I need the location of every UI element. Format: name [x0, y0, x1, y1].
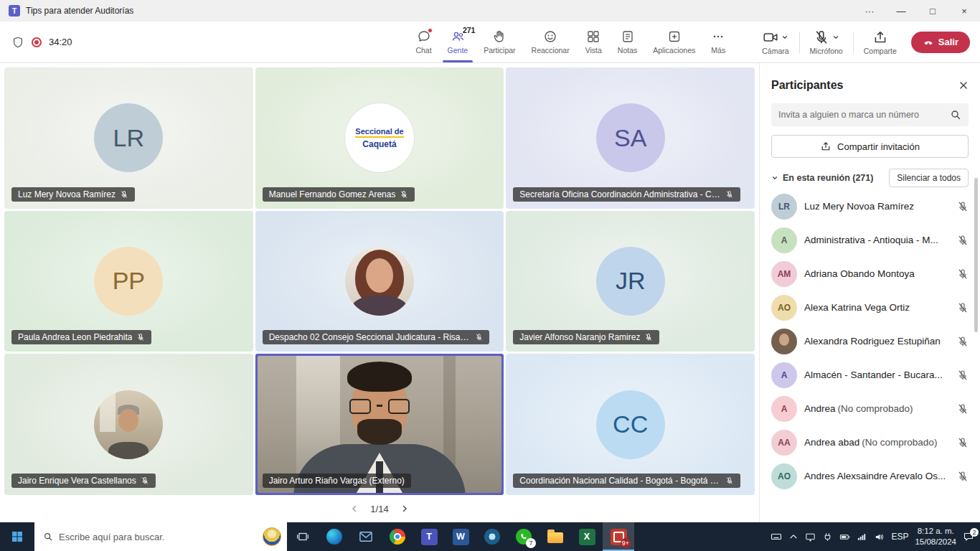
close-icon[interactable]: × — [948, 0, 980, 22]
taskbar-app-chrome[interactable] — [382, 522, 413, 551]
participant-row[interactable]: A Andrea(No comprobado) — [771, 392, 969, 425]
chevron-down-icon[interactable] — [781, 34, 788, 41]
avatar: A — [771, 396, 797, 422]
leave-button[interactable]: Salir — [911, 32, 970, 53]
more-dots-icon — [711, 29, 725, 44]
taskbar-app-active[interactable]: 9+ — [603, 522, 634, 551]
taskbar-app-excel[interactable]: X — [571, 522, 603, 551]
chevron-down-icon[interactable] — [832, 34, 839, 41]
participant-name-label: Jairo Enrique Vera Castellanos — [11, 474, 156, 488]
video-stage: LR Luz Mery Novoa Ramírez Seccional de C… — [0, 63, 759, 522]
taskbar-app-word[interactable]: W — [445, 522, 476, 551]
tab-gente[interactable]: 271 Gente — [440, 22, 476, 62]
share-screen-control[interactable]: Comparte — [861, 29, 900, 55]
window-more-icon[interactable]: ··· — [854, 0, 885, 22]
volume-icon[interactable] — [874, 532, 885, 542]
camera-icon — [763, 29, 778, 45]
divider — [853, 32, 854, 53]
participant-name-label: Luz Mery Novoa Ramírez — [11, 187, 135, 202]
mic-muted-icon — [475, 333, 483, 342]
participant-name-label: Despacho 02 Consejo Seccional Judicatura… — [263, 330, 490, 344]
mic-muted-icon — [957, 235, 969, 246]
view-grid-icon — [586, 29, 600, 44]
coat-of-arms-icon[interactable] — [263, 527, 281, 546]
grid-pagination: 1/14 — [4, 495, 755, 522]
microphone-control[interactable]: Micrófono — [807, 29, 846, 55]
video-tile[interactable]: Jairo Enrique Vera Castellanos — [4, 354, 253, 495]
excel-icon: X — [579, 529, 595, 545]
tab-notas[interactable]: Notas — [610, 22, 645, 62]
participant-avatar: LR — [94, 103, 163, 172]
camera-control[interactable]: Cámara — [759, 29, 791, 55]
battery-icon[interactable] — [839, 532, 850, 542]
display-tray-icon[interactable] — [805, 532, 816, 542]
taskbar-app-edge[interactable] — [319, 522, 350, 551]
tab-reaccionar[interactable]: Reaccionar — [524, 22, 578, 62]
participant-row[interactable]: Alexandra Rodriguez Estupiñan — [771, 324, 969, 358]
clock[interactable]: 8:12 a. m. 15/08/2024 — [915, 526, 956, 547]
maximize-icon[interactable]: □ — [917, 0, 948, 22]
participant-row[interactable]: AO Alexa Katrina Vega Ortiz — [771, 291, 969, 324]
video-tile[interactable]: SA Secretaría Oficina Coordinación Admin… — [506, 67, 755, 209]
shield-icon — [11, 36, 24, 49]
video-tile[interactable]: Despacho 02 Consejo Seccional Judicatura… — [255, 211, 504, 352]
tab-chat[interactable]: Chat — [407, 22, 439, 62]
tab-participar[interactable]: Participar — [476, 22, 523, 62]
taskbar-search-input[interactable] — [59, 532, 257, 542]
scrollbar[interactable] — [974, 178, 978, 332]
participant-row[interactable]: A Administrativa - Antioquia - M... — [771, 223, 969, 257]
taskbar-app-file-explorer[interactable] — [540, 522, 571, 551]
invite-search-input[interactable] — [778, 110, 944, 120]
participant-row[interactable]: A Almacén - Santander - Bucara... — [771, 358, 969, 392]
share-invitation-button[interactable]: Compartir invitación — [771, 135, 969, 158]
video-tile-active-speaker[interactable]: Jairo Arturo Riaño Vargas (Externo) — [255, 354, 504, 495]
taskbar-search[interactable] — [34, 522, 287, 551]
close-panel-icon[interactable] — [958, 80, 969, 90]
edge-icon — [326, 529, 342, 545]
mic-muted-icon — [957, 403, 969, 415]
network-icon[interactable] — [857, 532, 867, 542]
tab-aplicaciones[interactable]: Aplicaciones — [645, 22, 703, 62]
usb-tray-icon[interactable] — [822, 532, 833, 542]
reaction-smile-icon — [543, 29, 557, 44]
start-button[interactable] — [0, 522, 34, 551]
touch-keyboard-icon[interactable] — [771, 531, 782, 542]
video-tile[interactable]: Seccional de Caquetá Manuel Fernando Gom… — [255, 67, 504, 209]
video-tile[interactable]: LR Luz Mery Novoa Ramírez — [4, 67, 253, 209]
task-view-icon — [296, 530, 309, 543]
mic-muted-icon — [957, 471, 969, 482]
task-view-button[interactable] — [287, 522, 319, 551]
page-next-icon[interactable] — [400, 504, 409, 513]
taskbar-app-compass[interactable] — [476, 522, 508, 551]
tab-vista[interactable]: Vista — [578, 22, 610, 62]
taskbar-app-teams[interactable]: T — [413, 522, 445, 551]
participant-row[interactable]: AA Andrea abad(No comprobado) — [771, 425, 969, 459]
participant-row[interactable]: LR Luz Mery Novoa Ramírez — [771, 189, 969, 223]
taskbar-app-mail[interactable] — [350, 522, 382, 551]
participant-photo — [345, 247, 414, 316]
mute-all-button[interactable]: Silenciar a todos — [889, 169, 969, 187]
in-meeting-section[interactable]: En esta reunión (271) Silenciar a todos — [771, 168, 969, 188]
participant-name-label: Secretaría Oficina Coordinación Administ… — [513, 187, 740, 202]
mic-muted-icon — [957, 268, 969, 280]
video-tile[interactable]: JR Javier Alfonso Naranjo Ramirez — [506, 211, 755, 352]
tray-expand-icon[interactable] — [788, 532, 798, 542]
participant-row[interactable]: AM Adriana Obando Montoya — [771, 257, 969, 291]
invite-search[interactable] — [771, 103, 969, 126]
avatar: AO — [771, 295, 797, 321]
video-tile[interactable]: CC Coordinación Nacional Calidad - Bogot… — [506, 354, 755, 495]
page-previous-icon[interactable] — [350, 504, 359, 513]
participant-row[interactable]: AO Andres Alexsaindre Arevalo Os... — [771, 459, 969, 493]
video-tile[interactable]: PP Paula Andrea Leon Piedrahita — [4, 211, 253, 352]
mic-muted-icon — [120, 190, 128, 199]
taskbar-app-whatsapp[interactable]: 7 — [508, 522, 540, 551]
minimize-icon[interactable]: — — [885, 0, 917, 22]
tab-mas[interactable]: Más — [703, 22, 733, 62]
language-indicator[interactable]: ESP — [891, 532, 908, 542]
avatar: LR — [771, 194, 797, 220]
participant-avatar: SA — [596, 103, 665, 172]
mic-muted-icon — [957, 336, 969, 347]
participant-name-label: Manuel Fernando Gomez Arenas — [263, 187, 415, 202]
action-center-icon[interactable]: 2 — [963, 531, 974, 542]
avatar — [771, 329, 797, 354]
